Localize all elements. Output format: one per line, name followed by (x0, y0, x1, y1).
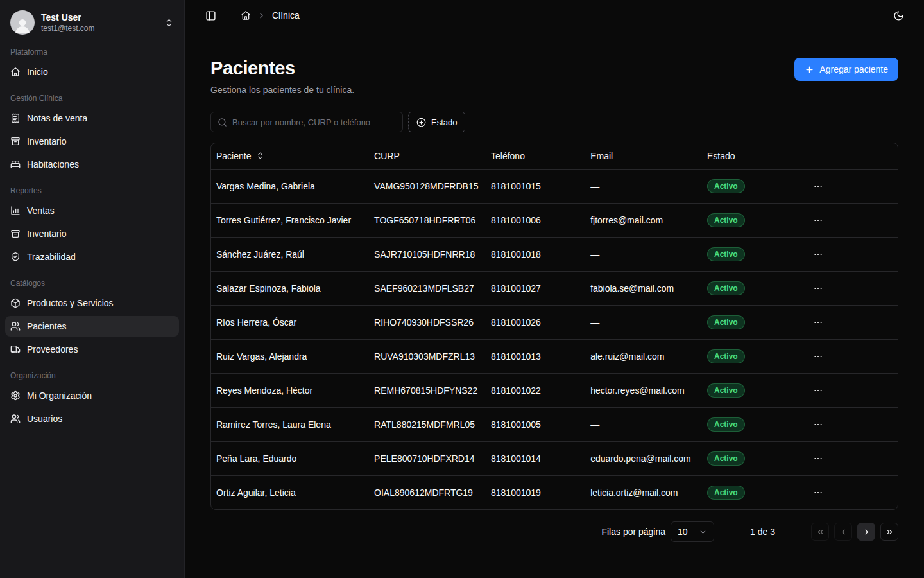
table-row[interactable]: Vargas Medina, Gabriela VAMG950128MDFRDB… (211, 169, 898, 203)
sidebar-item-label: Mi Organización (27, 390, 92, 401)
table-row[interactable]: Torres Gutiérrez, Francisco Javier TOGF6… (211, 203, 898, 237)
search-input[interactable] (232, 118, 396, 127)
table-row[interactable]: Sánchez Juárez, Raúl SAJR710105HDFNRR18 … (211, 237, 898, 271)
sidebar-item-proveedores[interactable]: Proveedores (5, 339, 179, 360)
row-actions-button[interactable] (810, 349, 826, 364)
section-gestion-clinica: Gestión Clínica Notas de venta Inventari… (5, 94, 179, 175)
cell-telefono: 8181001019 (486, 475, 585, 509)
cell-email: eduardo.pena@mail.com (585, 441, 702, 475)
theme-toggle-button[interactable] (889, 6, 907, 24)
sidebar-item-productos-y-servicios[interactable]: Productos y Servicios (5, 293, 179, 313)
sidebar-item-trazabilidad[interactable]: Trazabilidad (5, 247, 179, 267)
status-badge: Activo (707, 417, 745, 432)
page-subtitle: Gestiona los pacientes de tu clínica. (210, 85, 354, 95)
chevron-down-icon (699, 528, 707, 536)
row-actions-button[interactable] (810, 383, 826, 398)
cell-paciente: Reyes Mendoza, Héctor (211, 373, 369, 407)
section-label: Organización (5, 371, 179, 380)
sidebar-item-inventario[interactable]: Inventario (5, 131, 179, 152)
ellipsis-icon (813, 249, 823, 259)
chevrons-up-down-icon (164, 18, 174, 28)
status-badge: Activo (707, 486, 745, 500)
sidebar-item-notas-de-venta[interactable]: Notas de venta (5, 108, 179, 128)
cell-telefono: 8181001006 (486, 203, 585, 237)
previous-page-button[interactable] (834, 523, 852, 541)
row-actions-button[interactable] (810, 213, 826, 228)
breadcrumb-current: Clínica (272, 10, 300, 21)
user-email: test1@test.com (41, 23, 158, 33)
chart-column-icon (10, 206, 21, 216)
person-icon (13, 15, 32, 35)
table-row[interactable]: Reyes Mendoza, Héctor REMH670815HDFYNS22… (211, 373, 898, 407)
first-page-button[interactable] (811, 523, 829, 541)
package-icon (10, 298, 21, 308)
sidebar-item-habitaciones[interactable]: Habitaciones (5, 154, 179, 175)
sidebar-item-ventas[interactable]: Ventas (5, 200, 179, 221)
row-actions-button[interactable] (810, 315, 826, 330)
next-page-button[interactable] (857, 523, 875, 541)
patients-table: Paciente CURP Teléfono Email Estado (210, 143, 898, 510)
chevron-right-icon (257, 12, 266, 20)
add-patient-label: Agregar paciente (819, 64, 888, 74)
last-page-button[interactable] (880, 523, 898, 541)
sidebar-toggle-button[interactable] (201, 6, 219, 24)
section-label: Catálogos (5, 279, 179, 288)
table-footer: Filas por página 10 1 de 3 (210, 521, 898, 560)
breadcrumb-home-link[interactable] (241, 10, 251, 21)
row-actions-button[interactable] (810, 485, 826, 500)
cell-actions (805, 169, 898, 203)
cell-email: — (585, 305, 702, 339)
row-actions-button[interactable] (810, 179, 826, 194)
row-actions-button[interactable] (810, 247, 826, 262)
column-header-actions (805, 143, 898, 169)
rows-per-page-select[interactable]: 10 (671, 521, 714, 542)
cell-paciente: Ortiz Aguilar, Leticia (211, 475, 369, 509)
add-patient-button[interactable]: Agregar paciente (794, 58, 898, 81)
cell-email: hector.reyes@mail.com (585, 373, 702, 407)
user-menu-button[interactable]: Test User test1@test.com (5, 5, 179, 40)
search-icon (218, 118, 227, 127)
sidebar-item-usuarios[interactable]: Usuarios (5, 408, 179, 429)
chevrons-right-icon (886, 528, 894, 536)
plus-circle-icon (416, 118, 426, 127)
users-icon (10, 414, 21, 424)
home-icon (10, 67, 21, 77)
chevrons-left-icon (816, 528, 825, 536)
cell-actions (805, 203, 898, 237)
table-row[interactable]: Ramírez Torres, Laura Elena RATL880215MD… (211, 407, 898, 441)
row-actions-button[interactable] (810, 281, 826, 296)
archive-icon (10, 229, 21, 239)
estado-filter-label: Estado (431, 118, 457, 127)
sidebar-item-inventario-reportes[interactable]: Inventario (5, 223, 179, 244)
chevrons-up-down-icon (256, 152, 264, 160)
sort-paciente-button[interactable] (255, 150, 266, 161)
users-icon (10, 321, 21, 331)
rows-per-page-value: 10 (678, 527, 688, 537)
estado-filter-button[interactable]: Estado (408, 112, 465, 132)
table-row[interactable]: Ríos Herrera, Óscar RIHO740930HDFSSR26 8… (211, 305, 898, 339)
ellipsis-icon (813, 283, 823, 293)
avatar (10, 10, 35, 35)
cell-actions (805, 237, 898, 271)
status-badge: Activo (707, 383, 745, 398)
table-row[interactable]: Salazar Espinoza, Fabiola SAEF960213MDFL… (211, 271, 898, 305)
table-row[interactable]: Ruiz Vargas, Alejandra RUVA910303MDFZRL1… (211, 339, 898, 373)
sidebar-nav: Plataforma Inicio Gestión Clínica Notas … (5, 40, 179, 432)
sidebar-item-label: Pacientes (27, 321, 66, 331)
user-name: Test User (41, 12, 158, 23)
cell-estado: Activo (702, 271, 805, 305)
table-row[interactable]: Peña Lara, Eduardo PELE800710HDFXRD14 81… (211, 441, 898, 475)
cell-email: — (585, 407, 702, 441)
cell-paciente: Vargas Medina, Gabriela (211, 169, 369, 203)
cell-telefono: 8181001013 (486, 339, 585, 373)
status-badge: Activo (707, 179, 745, 193)
row-actions-button[interactable] (810, 451, 826, 466)
row-actions-button[interactable] (810, 417, 826, 432)
table-row[interactable]: Ortiz Aguilar, Leticia OIAL890612MDFRTG1… (211, 475, 898, 509)
sidebar-item-inicio[interactable]: Inicio (5, 62, 179, 82)
sidebar-item-mi-organizacion[interactable]: Mi Organización (5, 385, 179, 406)
cell-estado: Activo (702, 339, 805, 373)
sidebar-item-label: Trazabilidad (27, 252, 76, 262)
sidebar-item-pacientes[interactable]: Pacientes (5, 316, 179, 337)
ellipsis-icon (813, 181, 823, 191)
